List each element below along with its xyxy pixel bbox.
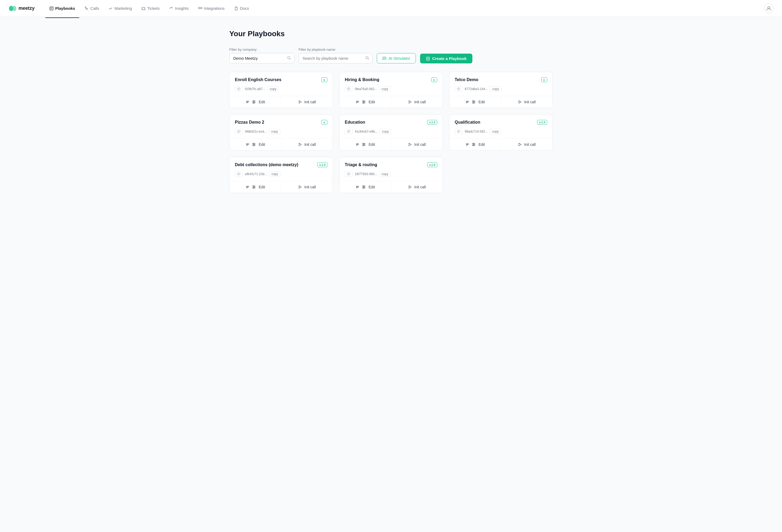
edit-label: Edit (368, 100, 375, 104)
create-playbook-button[interactable]: Create a Playbook (420, 54, 472, 63)
init-call-button[interactable]: Init call (391, 181, 443, 193)
svg-point-14 (385, 58, 386, 58)
user-avatar[interactable] (764, 4, 774, 13)
init-call-label: Init call (304, 142, 316, 147)
card-id-copy-button[interactable]: copy (269, 129, 280, 134)
card-id-value: 41c64cb7-e9b... (355, 130, 378, 133)
playbook-search-input[interactable] (298, 53, 372, 63)
card-version: v.1.0 (427, 163, 437, 167)
card-id-copy-button[interactable]: copy (379, 171, 390, 177)
play-icon (298, 100, 302, 104)
nav-link-integrations[interactable]: Integrations (194, 4, 229, 13)
init-call-button[interactable]: Init call (501, 139, 553, 150)
card-header: Telco Demo v. (450, 72, 553, 86)
svg-point-70 (364, 144, 365, 145)
card-id-copy-button[interactable]: copy (379, 86, 390, 92)
nav-link-calls[interactable]: Calls (80, 4, 103, 13)
card-version: v.1.0 (317, 163, 327, 167)
svg-point-38 (363, 103, 364, 104)
svg-point-104 (363, 188, 364, 188)
sliders-icon (362, 100, 366, 104)
nav-link-tickets[interactable]: Tickets (137, 4, 164, 13)
edit-button[interactable]: Edit (340, 139, 391, 150)
svg-point-1 (12, 6, 16, 11)
card-id-label: ID (235, 129, 243, 134)
playbook-filter-label: Filter by playbook name: (298, 47, 372, 51)
nav-link-marketing[interactable]: Marketing (104, 4, 136, 13)
card-version: v.1.0 (537, 120, 547, 125)
nav-link-insights[interactable]: Insights (165, 4, 193, 13)
ai-simulator-label: AI Simulator (389, 56, 410, 61)
card-actions: Edit Init call (340, 139, 442, 150)
init-call-button[interactable]: Init call (391, 139, 443, 150)
edit-button[interactable]: Edit (340, 181, 391, 193)
card-id-value: 8772d8a3-144... (465, 87, 488, 91)
init-call-label: Init call (524, 142, 536, 147)
svg-point-49 (473, 103, 474, 104)
playbook-card: Triage & routing v.1.0 ID 1f077583-990..… (339, 157, 443, 193)
card-title: Enroll English Courses (235, 77, 281, 82)
init-call-button[interactable]: Init call (281, 96, 333, 108)
card-title: Education (345, 120, 365, 125)
card-id-copy-button[interactable]: copy (490, 129, 501, 134)
docs-icon (234, 6, 238, 10)
card-header: Pizzas Demo 2 v. (229, 115, 332, 129)
playbooks-grid: Enroll English Courses v. ID f1f3b7fc-a8… (229, 72, 553, 193)
sliders-icon (471, 142, 476, 147)
insights-icon (169, 6, 173, 10)
marketing-icon (109, 6, 113, 10)
card-title: Telco Demo (455, 77, 478, 82)
card-id-value: 1f077583-990... (355, 172, 377, 176)
svg-marker-39 (409, 101, 411, 103)
card-id-copy-button[interactable]: copy (269, 171, 280, 177)
init-call-button[interactable]: Init call (391, 96, 443, 108)
svg-rect-5 (199, 7, 200, 9)
svg-point-92 (254, 187, 255, 187)
company-filter-input-wrap (229, 53, 294, 63)
svg-marker-50 (519, 101, 521, 103)
card-id-value: 0fea76a5-062... (355, 87, 377, 91)
edit-button[interactable]: Edit (229, 181, 281, 193)
card-version: v. (541, 77, 547, 82)
init-call-button[interactable]: Init call (281, 181, 333, 193)
playbook-card: Telco Demo v. ID 8772d8a3-144... copy (449, 72, 553, 108)
card-title: Qualification (455, 120, 480, 125)
edit-button[interactable]: Edit (229, 139, 281, 150)
card-id-label: ID (345, 86, 353, 92)
card-id-copy-button[interactable]: copy (268, 86, 279, 92)
svg-point-12 (384, 58, 384, 58)
card-id-value: af643c71-23d... (245, 172, 267, 176)
navbar: meetzy Playbooks Calls Marketing Tickets… (0, 0, 782, 17)
card-title: Debt collections (demo meetzy) (235, 163, 298, 167)
edit-button[interactable]: Edit (340, 96, 391, 108)
ai-simulator-button[interactable]: AI Simulator (377, 53, 416, 63)
card-id-copy-button[interactable]: copy (380, 129, 391, 134)
card-header: Hiring & Booking v. (340, 72, 442, 86)
card-version: v. (322, 120, 327, 125)
edit-button[interactable]: Edit (450, 96, 501, 108)
card-id-label: ID (235, 86, 243, 92)
play-icon (298, 185, 302, 189)
edit-button[interactable]: Edit (450, 139, 501, 150)
company-filter-input[interactable] (229, 53, 294, 63)
playbook-card: Education v.1.0 ID 41c64cb7-e9b... copy (339, 114, 443, 150)
edit-button[interactable]: Edit (229, 96, 281, 108)
nav-link-playbooks[interactable]: Playbooks (45, 4, 79, 13)
playbook-card: Qualification v.1.0 ID 98adc714-582... c… (449, 114, 553, 150)
card-id-copy-button[interactable]: copy (490, 86, 501, 92)
init-call-button[interactable]: Init call (501, 96, 553, 108)
card-id-label: ID (455, 86, 463, 92)
edit-icon (245, 100, 250, 104)
init-call-button[interactable]: Init call (281, 139, 333, 150)
card-actions: Edit Init call (450, 96, 553, 108)
card-title: Pizzas Demo 2 (235, 120, 264, 125)
sliders-icon (362, 142, 366, 147)
svg-point-81 (474, 144, 475, 145)
card-id-row: ID f1f3b7fc-a87... copy (229, 86, 332, 96)
play-icon (518, 142, 522, 147)
init-call-label: Init call (304, 185, 316, 189)
brand-logo[interactable]: meetzy (8, 4, 35, 13)
card-id-value: 4fdb421c-ecd... (245, 130, 267, 133)
nav-link-docs[interactable]: Docs (230, 4, 253, 13)
calls-icon (84, 6, 89, 10)
